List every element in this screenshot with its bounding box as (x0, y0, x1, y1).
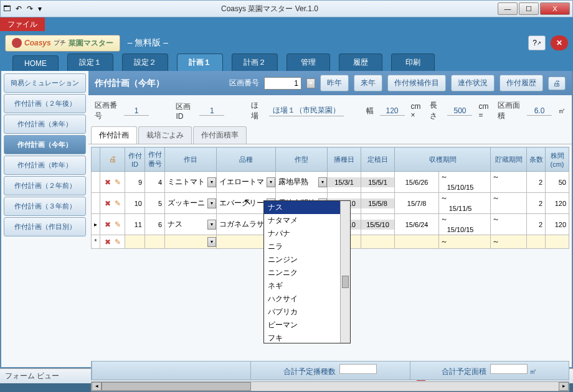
sidebar-item-6[interactable]: 作付計画（３年前） (4, 197, 86, 216)
kukaku-input[interactable] (264, 77, 301, 90)
prev-year-button[interactable]: 昨年 (320, 75, 349, 91)
banner-close-button[interactable]: ✕ (551, 35, 568, 50)
no-cell[interactable] (145, 220, 164, 230)
tab-2[interactable]: 設定２ (122, 54, 168, 71)
sidebar-item-1[interactable]: 作付計画（２年後） (4, 94, 86, 113)
dropdown-item[interactable]: フキ (264, 332, 350, 343)
col-header[interactable]: 作型 (276, 147, 328, 172)
maximize-button[interactable]: ☐ (519, 2, 539, 15)
delete-icon[interactable]: ✖ (103, 238, 112, 246)
harvest-start-cell[interactable] (395, 177, 438, 187)
col-header[interactable]: 定植日 (361, 147, 395, 172)
storage-cell[interactable] (491, 182, 518, 192)
col-header[interactable]: 🖨 (100, 147, 125, 172)
storage-cell[interactable] (491, 225, 518, 235)
sidebar-item-3[interactable]: 作付計画（今年） (4, 135, 86, 154)
dropdown-icon[interactable]: ▾ (207, 220, 216, 230)
rotation-button[interactable]: 連作状況 (451, 75, 495, 91)
rows-cell[interactable] (527, 220, 545, 230)
rows-cell[interactable] (527, 198, 545, 208)
dropdown-icon[interactable]: ▾ (267, 177, 275, 187)
storage-cell[interactable] (491, 203, 518, 213)
subtab-0[interactable]: 作付計画 (91, 126, 137, 144)
help-button[interactable]: ?↗ (528, 35, 546, 50)
harvest-end-cell[interactable] (439, 203, 481, 213)
dropdown-item[interactable]: ニンジン (264, 253, 350, 266)
dropdown-icon[interactable]: ▾ (207, 177, 216, 187)
spacing-cell[interactable] (546, 220, 569, 230)
redo-icon[interactable]: ↷ (27, 4, 33, 13)
close-button[interactable]: X (540, 2, 570, 15)
crop-cell[interactable]: ズッキーニ (165, 197, 207, 210)
crop-dropdown[interactable]: ナスナタマメナバナニラニンジンニンニクネギハクサイパプリカピーマンフキフジマメブ… (263, 200, 351, 343)
dropdown-item[interactable]: ナタマメ (264, 214, 350, 227)
id-cell[interactable] (125, 177, 144, 187)
edit-icon[interactable]: ✎ (113, 199, 122, 208)
dropdown-icon[interactable]: ▾ (318, 177, 327, 187)
col-header[interactable]: 作付番号 (145, 147, 165, 172)
file-menu[interactable]: ファイル (0, 17, 45, 31)
sidebar-item-5[interactable]: 作付計画（２年前） (4, 176, 86, 195)
print-button[interactable]: 🖨 (548, 77, 566, 90)
col-header[interactable]: 株間(cm) (546, 147, 569, 172)
history-button[interactable]: 作付履歴 (500, 75, 543, 91)
crop-cell[interactable]: ミニトマト (165, 175, 207, 189)
kukaku-stepper[interactable]: ▾ (306, 78, 315, 88)
variety-cell[interactable]: エバーグリー (217, 197, 267, 210)
type-cell[interactable]: 露地早熟 (276, 175, 318, 189)
subtab-1[interactable]: 栽培ごよみ (138, 126, 192, 144)
delete-icon[interactable]: ✖ (103, 178, 112, 187)
plant-cell[interactable] (361, 198, 394, 208)
dropdown-item[interactable]: ピーマン (264, 319, 350, 332)
edit-icon[interactable]: ✎ (113, 220, 122, 229)
tab-3[interactable]: 計画１ (177, 54, 223, 71)
dropdown-item[interactable]: ナス (264, 201, 350, 214)
col-header[interactable]: 作付ID (125, 147, 145, 172)
col-header[interactable] (92, 147, 100, 172)
sidebar-item-7[interactable]: 作付計画（作目別） (4, 217, 86, 236)
plant-cell[interactable] (361, 220, 394, 230)
variety-cell[interactable]: イエロートマ (217, 175, 267, 189)
horizontal-scrollbar[interactable]: ◂▸ (91, 381, 569, 391)
sow-cell[interactable] (328, 177, 361, 187)
row-selector[interactable] (92, 193, 100, 214)
tab-5[interactable]: 管理 (286, 54, 330, 71)
dropdown-scrollbar[interactable] (340, 201, 350, 343)
edit-icon[interactable]: ✎ (113, 238, 122, 246)
delete-icon[interactable]: ✖ (103, 220, 112, 229)
tab-4[interactable]: 計画２ (232, 54, 278, 71)
sidebar-item-0[interactable]: 簡易シミュレーション (4, 73, 86, 93)
spacing-cell[interactable] (546, 177, 569, 187)
harvest-end-cell[interactable] (439, 182, 481, 192)
harvest-start-cell[interactable] (395, 198, 438, 208)
candidate-button[interactable]: 作付候補作目 (387, 75, 446, 91)
dropdown-item[interactable]: ニラ (264, 240, 350, 253)
delete-icon[interactable]: ✖ (103, 199, 112, 208)
subtab-2[interactable]: 作付面積率 (193, 126, 247, 144)
edit-icon[interactable]: ✎ (113, 178, 122, 187)
plant-cell[interactable] (361, 177, 394, 187)
id-cell[interactable] (125, 198, 144, 208)
spacing-cell[interactable] (546, 198, 569, 208)
harvest-end-cell[interactable] (439, 225, 481, 235)
rows-cell[interactable] (527, 177, 545, 187)
dropdown-icon[interactable]: ▾ (207, 198, 216, 208)
col-header[interactable]: 播種日 (328, 147, 361, 172)
variety-cell[interactable]: コガネムラサ (217, 218, 267, 231)
tab-0[interactable]: HOME (12, 55, 59, 71)
dropdown-item[interactable]: ニンニク (264, 266, 350, 279)
col-header[interactable]: 作目 (165, 147, 217, 172)
tab-1[interactable]: 設定１ (67, 54, 113, 71)
tab-7[interactable]: 印刷 (391, 54, 435, 71)
dropdown-item[interactable]: ネギ (264, 279, 350, 292)
undo-icon[interactable]: ↶ (16, 4, 22, 13)
row-selector[interactable] (92, 172, 100, 193)
tab-6[interactable]: 履歴 (339, 54, 382, 71)
sidebar-item-2[interactable]: 作付計画（来年） (4, 114, 86, 134)
crop-cell[interactable]: ナス (165, 218, 207, 231)
col-header[interactable]: 貯蔵期間 (491, 147, 527, 172)
col-header[interactable]: 条数 (527, 147, 546, 172)
dropdown-icon[interactable]: ▾ (207, 237, 216, 247)
dropdown-item[interactable]: ハクサイ (264, 292, 350, 306)
dropdown-item[interactable]: パプリカ (264, 306, 350, 319)
